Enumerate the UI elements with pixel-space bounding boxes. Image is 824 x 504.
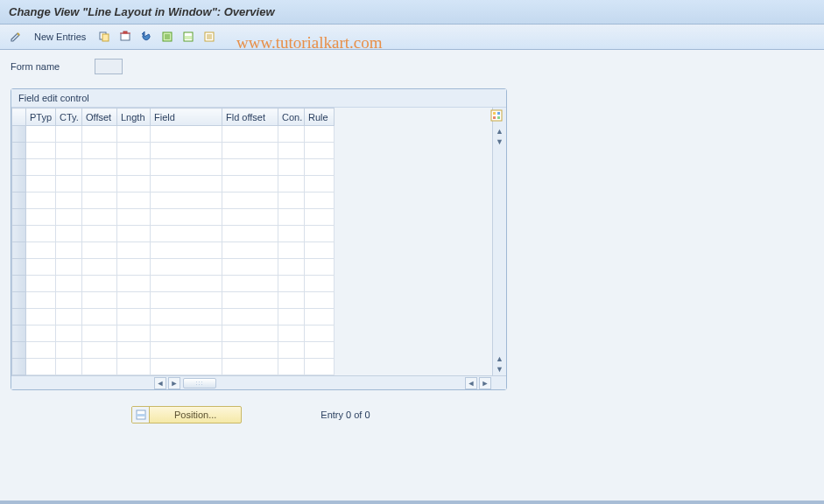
- cell-con[interactable]: [278, 242, 305, 259]
- hscroll-thumb[interactable]: :::: [183, 378, 216, 388]
- row-selector[interactable]: [12, 326, 26, 342]
- cell-fldoffset[interactable]: [222, 309, 278, 326]
- row-selector[interactable]: [12, 292, 26, 309]
- cell-field[interactable]: [151, 359, 222, 375]
- cell-fldoffset[interactable]: [222, 209, 278, 226]
- row-selector[interactable]: [12, 159, 26, 176]
- cell-field[interactable]: [151, 176, 222, 192]
- cell-cty[interactable]: [56, 159, 82, 176]
- cell-offset[interactable]: [82, 359, 117, 375]
- cell-fldoffset[interactable]: [222, 276, 278, 292]
- cell-ptyp[interactable]: [26, 276, 56, 292]
- cell-cty[interactable]: [56, 176, 82, 192]
- cell-lngth[interactable]: [117, 359, 151, 375]
- cell-cty[interactable]: [56, 326, 82, 342]
- row-selector[interactable]: [12, 126, 26, 143]
- cell-ptyp[interactable]: [26, 226, 56, 242]
- cell-offset[interactable]: [82, 209, 117, 226]
- col-lngth[interactable]: Lngth: [117, 108, 151, 126]
- cell-rule[interactable]: [305, 159, 335, 176]
- row-selector[interactable]: [12, 276, 26, 292]
- cell-cty[interactable]: [56, 226, 82, 242]
- cell-con[interactable]: [278, 143, 305, 159]
- cell-fldoffset[interactable]: [222, 342, 278, 359]
- cell-cty[interactable]: [56, 276, 82, 292]
- cell-offset[interactable]: [82, 226, 117, 242]
- cell-lngth[interactable]: [117, 326, 151, 342]
- cell-fldoffset[interactable]: [222, 176, 278, 192]
- delete-icon[interactable]: [116, 28, 134, 46]
- cell-cty[interactable]: [56, 309, 82, 326]
- cell-lngth[interactable]: [117, 159, 151, 176]
- cell-ptyp[interactable]: [26, 259, 56, 276]
- cell-rule[interactable]: [305, 242, 335, 259]
- cell-rule[interactable]: [305, 326, 335, 342]
- cell-offset[interactable]: [82, 309, 117, 326]
- hscroll-right-icon[interactable]: ►: [168, 377, 180, 389]
- cell-offset[interactable]: [82, 159, 117, 176]
- cell-field[interactable]: [151, 259, 222, 276]
- cell-cty[interactable]: [56, 242, 82, 259]
- select-all-rows[interactable]: [12, 108, 26, 126]
- cell-field[interactable]: [151, 276, 222, 292]
- cell-fldoffset[interactable]: [222, 326, 278, 342]
- col-ptyp[interactable]: PTyp: [26, 108, 56, 126]
- cell-cty[interactable]: [56, 259, 82, 276]
- col-fldoffset[interactable]: Fld offset: [222, 108, 278, 126]
- cell-rule[interactable]: [305, 309, 335, 326]
- cell-offset[interactable]: [82, 292, 117, 309]
- cell-rule[interactable]: [305, 226, 335, 242]
- row-selector[interactable]: [12, 259, 26, 276]
- cell-field[interactable]: [151, 209, 222, 226]
- cell-rule[interactable]: [305, 276, 335, 292]
- scroll-up-icon[interactable]: ▲: [496, 127, 504, 136]
- cell-lngth[interactable]: [117, 192, 151, 209]
- toggle-display-change-icon[interactable]: [7, 28, 25, 46]
- cell-cty[interactable]: [56, 292, 82, 309]
- cell-con[interactable]: [278, 309, 305, 326]
- cell-cty[interactable]: [56, 342, 82, 359]
- cell-offset[interactable]: [82, 326, 117, 342]
- cell-con[interactable]: [278, 342, 305, 359]
- position-button[interactable]: Position...: [131, 406, 242, 424]
- col-cty[interactable]: CTy.: [56, 108, 82, 126]
- cell-con[interactable]: [278, 209, 305, 226]
- cell-rule[interactable]: [305, 292, 335, 309]
- cell-field[interactable]: [151, 226, 222, 242]
- cell-rule[interactable]: [305, 192, 335, 209]
- cell-rule[interactable]: [305, 209, 335, 226]
- cell-rule[interactable]: [305, 126, 335, 143]
- col-con[interactable]: Con.: [278, 108, 305, 126]
- cell-ptyp[interactable]: [26, 209, 56, 226]
- cell-ptyp[interactable]: [26, 242, 56, 259]
- cell-field[interactable]: [151, 309, 222, 326]
- deselect-all-icon[interactable]: [201, 28, 218, 46]
- scroll-down-bottom-icon[interactable]: ▼: [496, 365, 504, 374]
- row-selector[interactable]: [12, 342, 26, 359]
- cell-fldoffset[interactable]: [222, 226, 278, 242]
- vertical-scrollbar[interactable]: ▲ ▼ ▲ ▼: [492, 108, 506, 375]
- cell-fldoffset[interactable]: [222, 292, 278, 309]
- cell-offset[interactable]: [82, 176, 117, 192]
- cell-rule[interactable]: [305, 359, 335, 375]
- cell-fldoffset[interactable]: [222, 259, 278, 276]
- col-offset[interactable]: Offset: [82, 108, 117, 126]
- cell-lngth[interactable]: [117, 309, 151, 326]
- row-selector[interactable]: [12, 242, 26, 259]
- copy-as-icon[interactable]: [95, 28, 113, 46]
- row-selector[interactable]: [12, 192, 26, 209]
- cell-con[interactable]: [278, 276, 305, 292]
- cell-ptyp[interactable]: [26, 176, 56, 192]
- cell-ptyp[interactable]: [26, 292, 56, 309]
- cell-lngth[interactable]: [117, 176, 151, 192]
- cell-lngth[interactable]: [117, 342, 151, 359]
- cell-lngth[interactable]: [117, 143, 151, 159]
- cell-con[interactable]: [278, 159, 305, 176]
- cell-lngth[interactable]: [117, 209, 151, 226]
- scroll-down-icon[interactable]: ▼: [496, 137, 504, 146]
- cell-offset[interactable]: [82, 242, 117, 259]
- cell-lngth[interactable]: [117, 226, 151, 242]
- cell-fldoffset[interactable]: [222, 143, 278, 159]
- col-rule[interactable]: Rule: [305, 108, 335, 126]
- cell-lngth[interactable]: [117, 126, 151, 143]
